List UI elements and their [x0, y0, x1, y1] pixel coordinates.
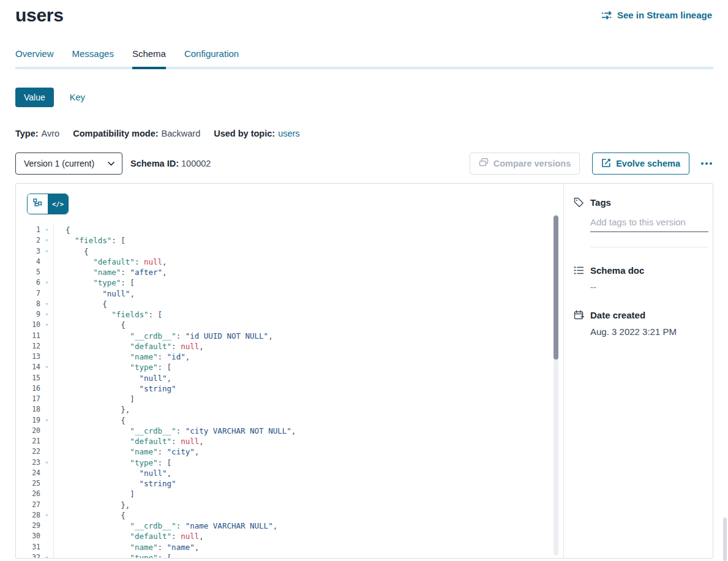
code-line: 8▾ { — [16, 299, 563, 309]
line-number: 25 — [16, 478, 40, 489]
schema-sidebar: Tags Schema doc -- — [563, 184, 713, 558]
fold-gutter — [40, 404, 53, 415]
code-line: 4 "default": null, — [16, 257, 563, 267]
schema-id: Schema ID: 100002 — [130, 159, 211, 168]
value-toggle-button[interactable]: Value — [15, 88, 54, 107]
topic-link[interactable]: users — [278, 129, 299, 138]
line-number: 23 — [16, 457, 40, 468]
line-number: 8 — [16, 299, 40, 309]
fold-gutter — [40, 267, 53, 277]
compatibility-mode-value: Backward — [162, 129, 201, 138]
code-text: }, — [53, 404, 563, 415]
editor-scrollbar-track[interactable] — [554, 214, 558, 555]
fold-toggle-icon[interactable]: ▾ — [40, 457, 53, 468]
used-by-topic-label: Used by topic: — [214, 129, 275, 138]
code-line: 25 "string" — [16, 478, 563, 489]
code-text: "type": [ — [53, 362, 563, 372]
ellipsis-icon — [710, 162, 712, 165]
fold-gutter — [40, 531, 53, 541]
fold-toggle-icon[interactable]: ▾ — [40, 225, 53, 235]
list-icon — [574, 266, 584, 275]
code-line: 10▾ { — [16, 320, 563, 330]
page: users See in Stream lineage Overview Mes… — [0, 0, 728, 561]
code-line: 1▾{ — [16, 225, 563, 235]
code-line: 7 "null", — [16, 288, 563, 299]
fold-gutter — [40, 257, 53, 267]
schema-panel: </> 1▾{2▾ "fields": [3▾ {4 "default": nu… — [15, 183, 713, 559]
evolve-schema-button[interactable]: Evolve schema — [592, 152, 689, 175]
schema-type: Type:Avro — [15, 129, 59, 138]
line-number: 5 — [16, 267, 40, 277]
code-lines: 1▾{2▾ "fields": [3▾ {4 "default": null,5… — [16, 225, 563, 558]
fold-gutter — [40, 352, 53, 362]
tab-schema[interactable]: Schema — [132, 48, 166, 69]
line-number: 26 — [16, 489, 40, 499]
tree-view-icon — [33, 198, 42, 209]
tab-messages[interactable]: Messages — [72, 48, 114, 69]
compatibility-mode: Compatibility mode:Backward — [73, 129, 200, 138]
date-created-section: Date created Aug. 3 2022 3:21 PM — [574, 310, 708, 337]
schema-doc-section: Schema doc -- — [574, 265, 708, 292]
code-text: ] — [53, 489, 563, 499]
editor-scrollbar-thumb[interactable] — [554, 216, 558, 360]
fold-toggle-icon[interactable]: ▾ — [40, 415, 53, 426]
line-number: 19 — [16, 415, 40, 426]
code-line: 9▾ "fields": [ — [16, 309, 563, 320]
fold-gutter — [40, 436, 53, 446]
fold-toggle-icon[interactable]: ▾ — [40, 362, 53, 372]
fold-gutter — [40, 288, 53, 299]
code-line: 24 "null", — [16, 468, 563, 478]
line-number: 21 — [16, 436, 40, 446]
line-number: 20 — [16, 426, 40, 436]
line-number: 9 — [16, 309, 40, 320]
fold-toggle-icon[interactable]: ▾ — [40, 246, 53, 257]
see-in-stream-lineage-link[interactable]: See in Stream lineage — [602, 10, 712, 20]
code-text: "name": "city", — [53, 446, 563, 457]
ellipsis-icon — [701, 162, 704, 165]
page-scrollbar-thumb[interactable] — [723, 518, 727, 561]
more-options-button[interactable] — [700, 160, 713, 167]
schema-code-pane: </> 1▾{2▾ "fields": [3▾ {4 "default": nu… — [16, 184, 563, 558]
schema-doc-heading-label: Schema doc — [590, 265, 644, 276]
code-text: "default": null, — [53, 436, 563, 446]
key-toggle-button[interactable]: Key — [70, 92, 85, 102]
copy-icon — [479, 158, 489, 169]
code-editor[interactable]: 1▾{2▾ "fields": [3▾ {4 "default": null,5… — [16, 225, 563, 558]
fold-toggle-icon[interactable]: ▾ — [40, 320, 53, 330]
tab-overview[interactable]: Overview — [15, 48, 54, 69]
schema-meta-row: Type:Avro Compatibility mode:Backward Us… — [15, 129, 713, 138]
see-in-stream-lineage-label: See in Stream lineage — [617, 10, 712, 20]
add-tags-input[interactable] — [590, 216, 708, 232]
code-line: 13 "name": "id", — [16, 352, 563, 362]
tab-configuration[interactable]: Configuration — [184, 48, 239, 69]
tags-section-heading: Tags — [574, 197, 708, 208]
fold-toggle-icon[interactable]: ▾ — [40, 552, 53, 558]
code-line: 3▾ { — [16, 246, 563, 257]
code-text: "null", — [53, 373, 563, 383]
fold-toggle-icon[interactable]: ▾ — [40, 510, 53, 521]
fold-toggle-icon[interactable]: ▾ — [40, 309, 53, 320]
line-number: 15 — [16, 373, 40, 383]
code-view-button[interactable]: </> — [48, 194, 68, 214]
code-text: "default": null, — [53, 341, 563, 352]
fold-toggle-icon[interactable]: ▾ — [40, 277, 53, 288]
line-number: 13 — [16, 352, 40, 362]
fold-gutter — [40, 500, 53, 510]
code-text: "fields": [ — [53, 309, 563, 320]
code-text: "type": [ — [53, 457, 563, 468]
fold-toggle-icon[interactable]: ▾ — [40, 235, 53, 246]
tag-icon — [574, 197, 584, 208]
code-text: { — [53, 246, 563, 257]
version-select[interactable]: Version 1 (current) — [15, 152, 122, 175]
code-line: 18 }, — [16, 404, 563, 415]
line-number: 18 — [16, 404, 40, 415]
code-line: 30 "default": null, — [16, 531, 563, 541]
code-line: 20 "__crdb__": "city VARCHAR NOT NULL", — [16, 426, 563, 436]
stream-lineage-icon — [602, 11, 613, 20]
code-line: 19▾ { — [16, 415, 563, 426]
tree-view-button[interactable] — [28, 194, 48, 214]
code-text: { — [53, 320, 563, 330]
compare-versions-button[interactable]: Compare versions — [470, 152, 580, 175]
fold-toggle-icon[interactable]: ▾ — [40, 299, 53, 309]
sidebar-divider — [590, 247, 708, 247]
